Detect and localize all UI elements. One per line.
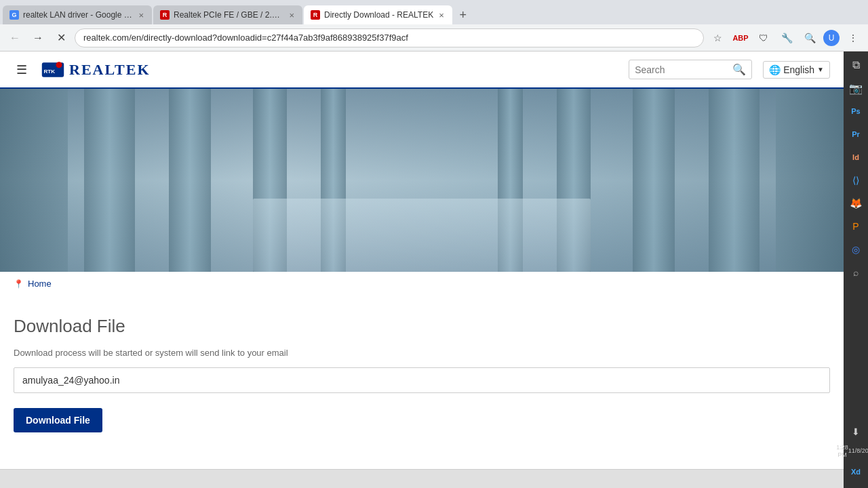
download-sidebar-icon[interactable]: ⬇ bbox=[845, 421, 867, 443]
location-icon: 📍 bbox=[14, 279, 24, 289]
page-content: ☰ RTK REALTEK 🔍 🌐 Engl bbox=[0, 52, 844, 488]
globe-icon: 🌐 bbox=[769, 64, 781, 75]
powerpoint-icon[interactable]: P bbox=[845, 216, 867, 237]
tab-3-title: Directly Download - REALTEK bbox=[324, 10, 433, 20]
content-area: 📍 Home Download File Download process wi… bbox=[0, 272, 844, 469]
chevron-down-icon: ▼ bbox=[817, 66, 824, 73]
pillar-r3 bbox=[633, 89, 675, 272]
files-icon[interactable]: ⧉ bbox=[845, 54, 867, 76]
svg-point-2 bbox=[56, 62, 62, 68]
pillar-r2 bbox=[709, 89, 760, 272]
hamburger-menu[interactable]: ☰ bbox=[14, 60, 30, 80]
pillar-3 bbox=[169, 89, 211, 272]
search-input[interactable] bbox=[635, 64, 730, 75]
tab-3[interactable]: R Directly Download - REALTEK × bbox=[304, 5, 452, 24]
back-button[interactable]: ← bbox=[5, 28, 24, 47]
tab-1[interactable]: G realtek LAN driver - Google Search × bbox=[3, 5, 152, 24]
tab-2[interactable]: R Realtek PCIe FE / GBE / 2.5G / Gam... … bbox=[153, 5, 302, 24]
vscode-icon[interactable]: ⟨⟩ bbox=[845, 169, 867, 191]
email-input[interactable] bbox=[14, 367, 830, 393]
date: 11/8/2020 bbox=[848, 447, 868, 455]
realtek-logo[interactable]: RTK REALTEK bbox=[41, 58, 151, 82]
search-icon[interactable]: 🔍 bbox=[732, 63, 746, 76]
reload-button[interactable]: ✕ bbox=[52, 28, 71, 47]
logo-svg: RTK bbox=[41, 58, 65, 82]
url-bar[interactable] bbox=[75, 28, 704, 47]
search2-icon[interactable]: ⌕ bbox=[845, 262, 867, 283]
hero-image bbox=[0, 89, 844, 272]
tab-2-title: Realtek PCIe FE / GBE / 2.5G / Gam... bbox=[174, 10, 283, 20]
time: 1:28 PM bbox=[836, 444, 848, 460]
pillar-2 bbox=[84, 89, 135, 272]
premiere-icon[interactable]: Pr bbox=[845, 123, 867, 145]
forward-button[interactable]: → bbox=[28, 28, 47, 47]
adblock-icon[interactable]: ABP bbox=[731, 28, 750, 47]
right-sidebar: ⧉ 📷 Ps Pr Id ⟨⟩ 🦊 P ◎ ⌕ ⬇ 1:28 PM 11/8/2… bbox=[844, 52, 868, 488]
sidebar-bottom: ⬇ 1:28 PM 11/8/2020 Xd bbox=[836, 421, 868, 488]
bookmark-icon[interactable]: ☆ bbox=[708, 28, 727, 47]
firefox-icon[interactable]: 🦊 bbox=[845, 192, 867, 214]
tab-2-close[interactable]: × bbox=[288, 9, 296, 21]
tab-3-close[interactable]: × bbox=[437, 9, 446, 21]
download-file-button[interactable]: Download File bbox=[14, 408, 102, 432]
extension-icon-3[interactable]: 🔍 bbox=[800, 28, 819, 47]
profile-icon[interactable]: U bbox=[823, 30, 840, 46]
download-title: Download File bbox=[14, 316, 830, 337]
time-display: 1:28 PM 11/8/2020 bbox=[836, 444, 868, 460]
floor-reflection bbox=[253, 199, 591, 272]
search-box[interactable]: 🔍 bbox=[629, 60, 752, 79]
tab-bar: G realtek LAN driver - Google Search × R… bbox=[0, 0, 868, 24]
capture-icon[interactable]: 📷 bbox=[845, 77, 867, 99]
language-label: English bbox=[783, 64, 814, 75]
site-navigation: ☰ RTK REALTEK 🔍 🌐 Engl bbox=[0, 52, 844, 89]
breadcrumb-home-link[interactable]: Home bbox=[28, 279, 52, 289]
breadcrumb: 📍 Home bbox=[14, 272, 830, 296]
tab-1-title: realtek LAN driver - Google Search bbox=[23, 10, 133, 20]
language-selector[interactable]: 🌐 English ▼ bbox=[763, 61, 830, 79]
download-description: Download process will be started or syst… bbox=[14, 348, 830, 358]
extension-icon-2[interactable]: 🔧 bbox=[777, 28, 796, 47]
extension-icon-1[interactable]: 🛡 bbox=[754, 28, 773, 47]
browser-window: G realtek LAN driver - Google Search × R… bbox=[0, 0, 868, 488]
xd-icon[interactable]: Xd bbox=[845, 461, 867, 483]
tab-1-close[interactable]: × bbox=[137, 9, 145, 21]
svg-text:RTK: RTK bbox=[44, 68, 56, 75]
browser-toolbar: ← → ✕ ☆ ABP 🛡 🔧 🔍 U ⋮ bbox=[0, 24, 868, 52]
new-tab-button[interactable]: + bbox=[454, 5, 473, 24]
more-menu-icon[interactable]: ⋮ bbox=[844, 28, 863, 47]
page-footer bbox=[0, 469, 844, 488]
pillar-1 bbox=[0, 89, 68, 272]
pillar-r1 bbox=[776, 89, 844, 272]
chrome-icon[interactable]: ◎ bbox=[845, 239, 867, 260]
download-section: Download File Download process will be s… bbox=[14, 296, 830, 446]
logo-text: REALTEK bbox=[69, 61, 151, 79]
indesign-icon[interactable]: Id bbox=[845, 146, 867, 168]
photoshop-icon[interactable]: Ps bbox=[845, 100, 867, 122]
